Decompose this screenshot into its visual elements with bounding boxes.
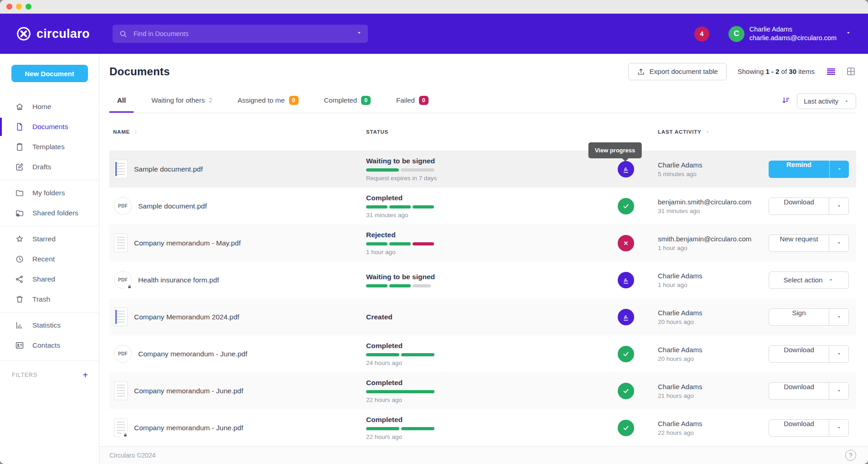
action-dropdown-caret[interactable] bbox=[829, 420, 848, 436]
user-menu[interactable]: C Charlie Adams charlie.adams@circularo.… bbox=[728, 25, 852, 42]
copyright-text: Circularo ©2024 bbox=[109, 452, 155, 459]
action-button-download[interactable]: Download bbox=[769, 420, 829, 436]
help-icon[interactable]: ? bbox=[845, 450, 856, 461]
zoom-window-button[interactable] bbox=[26, 4, 31, 10]
action-button-sign[interactable]: Sign bbox=[769, 309, 829, 325]
sidebar-item-documents[interactable]: Documents bbox=[0, 117, 99, 137]
sidebar-item-templates[interactable]: Templates bbox=[0, 137, 99, 157]
sidebar: New Document HomeDocumentsTemplatesDraft… bbox=[0, 54, 99, 464]
sidebar-item-recent[interactable]: Recent bbox=[0, 249, 99, 269]
sidebar-item-shared[interactable]: Shared bbox=[0, 269, 99, 289]
status-check-icon[interactable] bbox=[618, 420, 634, 436]
document-name: Company memorandum - June.pdf bbox=[138, 350, 248, 358]
brand-logo[interactable]: circularo bbox=[16, 26, 90, 41]
status-subtext: 24 hours ago bbox=[366, 360, 594, 366]
action-button-new-request[interactable]: New request bbox=[769, 235, 829, 251]
column-header-last-activity[interactable]: LAST ACTIVITY bbox=[658, 129, 769, 135]
document-table: Sample document.pdfWaiting to be signedR… bbox=[109, 151, 856, 446]
search-scope-caret-icon[interactable] bbox=[356, 30, 362, 38]
folder-icon bbox=[15, 188, 24, 198]
status-check-icon[interactable] bbox=[618, 198, 634, 214]
activity-time: 31 minutes ago bbox=[658, 208, 769, 214]
document-row[interactable]: PDFCompany memorandum - June.pdfComplete… bbox=[109, 335, 856, 372]
pdf-file-icon: PDF bbox=[114, 271, 132, 289]
list-view-icon[interactable] bbox=[826, 66, 837, 77]
new-document-button[interactable]: New Document bbox=[11, 65, 88, 82]
document-row[interactable]: Company memorandum - June.pdfCompleted22… bbox=[109, 372, 856, 409]
sidebar-item-trash[interactable]: Trash bbox=[0, 289, 99, 309]
action-cell: Sign bbox=[769, 308, 856, 326]
star-icon bbox=[15, 235, 24, 244]
status-signature-icon[interactable] bbox=[618, 309, 634, 325]
sidebar-item-label: Documents bbox=[32, 123, 68, 131]
action-button-download[interactable]: Download bbox=[769, 383, 829, 399]
search-input[interactable] bbox=[134, 30, 356, 37]
tab-waiting-for-others[interactable]: Waiting for others2 bbox=[144, 89, 220, 113]
sidebar-item-shared-folders[interactable]: Shared folders bbox=[0, 203, 99, 223]
tab-all[interactable]: All bbox=[109, 89, 134, 113]
tab-assigned-to-me[interactable]: Assigned to me0 bbox=[230, 89, 306, 113]
action-button-remind[interactable]: Remind bbox=[769, 161, 829, 178]
brand-name: circularo bbox=[36, 27, 90, 41]
document-row[interactable]: PDFHealth insurance form.pdfWaiting to b… bbox=[109, 261, 856, 298]
export-document-table-button[interactable]: Export document table bbox=[628, 63, 727, 80]
document-row[interactable]: Company memorandum - June.pdfCompleted22… bbox=[109, 409, 856, 446]
status-cell: Completed22 hours ago bbox=[366, 379, 594, 403]
progress-bar bbox=[366, 353, 594, 356]
action-dropdown-caret[interactable] bbox=[829, 309, 848, 325]
activity-user: benjamin.smith@circularo.com bbox=[658, 198, 769, 206]
action-button-group: New request bbox=[769, 235, 849, 252]
action-button-select-action[interactable]: Select action bbox=[769, 271, 849, 289]
sidebar-item-starred[interactable]: Starred bbox=[0, 229, 99, 249]
action-dropdown-caret[interactable] bbox=[829, 161, 849, 178]
sort-field-select[interactable]: Last activity bbox=[797, 94, 856, 109]
document-row[interactable]: Company memorandum - May.pdfRejected1 ho… bbox=[109, 224, 856, 261]
activity-time: 5 minutes ago bbox=[658, 171, 769, 177]
star-icon[interactable] bbox=[209, 163, 219, 175]
lock-icon bbox=[125, 282, 133, 290]
document-row[interactable]: Sample document.pdfWaiting to be signedR… bbox=[109, 151, 856, 188]
document-search bbox=[113, 25, 368, 43]
close-window-button[interactable] bbox=[6, 4, 12, 10]
action-button-group: Download bbox=[769, 382, 849, 400]
document-thumbnail-icon bbox=[114, 381, 128, 400]
status-cross-icon[interactable] bbox=[618, 235, 634, 251]
action-button-download[interactable]: Download bbox=[769, 346, 829, 362]
sort-direction-icon[interactable] bbox=[781, 96, 790, 107]
sidebar-item-drafts[interactable]: Drafts bbox=[0, 157, 99, 177]
document-row[interactable]: PDFSample document.pdfCompleted31 minute… bbox=[109, 188, 856, 224]
sidebar-item-label: Drafts bbox=[32, 163, 51, 171]
progress-segment bbox=[366, 390, 434, 393]
tab-completed[interactable]: Completed0 bbox=[316, 89, 379, 113]
minimize-window-button[interactable] bbox=[16, 4, 22, 10]
document-name: Sample document.pdf bbox=[134, 165, 203, 173]
column-header-name[interactable]: NAME bbox=[109, 129, 366, 135]
action-dropdown-caret[interactable] bbox=[829, 198, 848, 214]
sidebar-item-home[interactable]: Home bbox=[0, 97, 99, 117]
document-row[interactable]: Company Memorandum 2024.pdfCreatedCharli… bbox=[109, 298, 856, 335]
tab-failed[interactable]: Failed0 bbox=[388, 89, 436, 113]
grid-view-icon[interactable] bbox=[846, 66, 856, 77]
document-name-cell: Company Memorandum 2024.pdf bbox=[109, 308, 366, 326]
sidebar-section: My foldersShared folders bbox=[0, 180, 99, 226]
sidebar-item-my-folders[interactable]: My folders bbox=[0, 183, 99, 203]
circularo-logo-icon bbox=[16, 26, 31, 41]
notification-badge[interactable]: 4 bbox=[694, 26, 709, 42]
status-signature-icon[interactable] bbox=[618, 272, 634, 288]
add-filter-button[interactable]: + bbox=[83, 370, 88, 380]
action-button-download[interactable]: Download bbox=[769, 198, 829, 214]
topbar-right: 4 C Charlie Adams charlie.adams@circular… bbox=[694, 25, 852, 42]
action-dropdown-caret[interactable] bbox=[829, 383, 848, 399]
status-subtext: Request expires in 7 days bbox=[366, 175, 594, 182]
status-check-icon[interactable] bbox=[618, 346, 634, 362]
filters-section: FILTERS + bbox=[0, 360, 99, 380]
status-cell: Completed31 minutes ago bbox=[366, 194, 594, 219]
action-dropdown-caret[interactable] bbox=[829, 235, 848, 251]
pdf-file-icon: PDF bbox=[114, 345, 132, 363]
sidebar-item-label: My folders bbox=[32, 189, 65, 197]
action-dropdown-caret[interactable] bbox=[829, 346, 848, 362]
status-check-icon[interactable] bbox=[618, 383, 634, 399]
sidebar-item-contacts[interactable]: Contacts bbox=[0, 335, 99, 355]
status-label: Completed bbox=[366, 379, 594, 387]
sidebar-item-statistics[interactable]: Statistics bbox=[0, 315, 99, 335]
